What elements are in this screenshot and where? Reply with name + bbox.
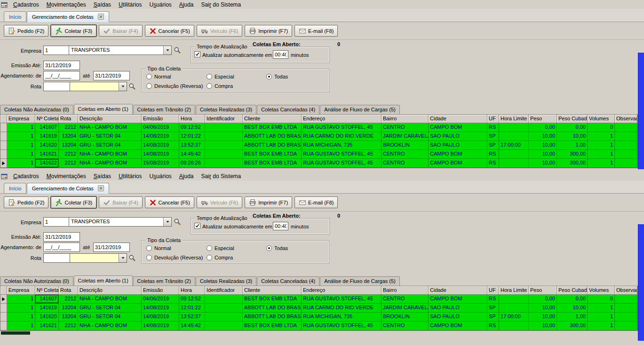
cell-peso-cubado[interactable]: 0,00 [557,123,588,132]
column-header-empresa[interactable]: Empresa [7,115,35,123]
cell-empresa[interactable]: 1 [7,295,35,304]
column-header-n-coleta[interactable]: Nº Coleta [35,286,59,295]
cell-cliente[interactable]: BEST BOX EMB LTDA [243,295,302,304]
grid-row-141620[interactable]: 114162013204GRU - SETOR 0414/08/201913:5… [0,313,637,321]
cell-bairro[interactable]: CENTRO [382,123,429,132]
column-header-hora-limite[interactable]: Hora Limite [499,286,529,295]
tipo-radio-devolucao-reversa[interactable]: Devolução (Reversa) [146,254,203,261]
cell-cliente[interactable]: ABBOTT LAB DO BRASI [243,304,302,313]
cell-volumes[interactable]: 1 [588,141,615,150]
cell-n-coleta[interactable]: 141621 [35,150,59,159]
tipo-radio-compra[interactable]: Compra [207,83,233,89]
cell-hora[interactable]: 13:52:37 [179,313,205,321]
tipo-radio-todas[interactable]: Todas [266,73,288,80]
cell-descricao[interactable]: GRU - SETOR 04 [78,132,142,141]
cell-uf[interactable]: SP [487,304,499,313]
column-header-n-coleta[interactable]: Nº Coleta [35,115,59,123]
cell-identificador[interactable] [205,132,243,141]
cell-emissao[interactable]: 04/06/2019 [142,123,179,132]
cell-empresa[interactable]: 1 [7,123,35,132]
cell-observacao[interactable] [615,132,637,141]
cell-identificador[interactable] [205,295,243,304]
cell-uf[interactable]: RS [487,295,499,304]
cell-bairro[interactable]: JARDIM CARAVELA [382,304,429,313]
cell-hora-limite[interactable] [499,132,529,141]
cell-n-coleta[interactable]: 141607 [35,295,59,304]
column-header-cidade[interactable]: Cidade [429,115,487,123]
menu-item-movimentacoes[interactable]: Movimentações [43,0,90,9]
toolbar-button-cancelar-f5[interactable]: Cancelar (F5) [145,25,194,37]
toolbar-button-veiculo-f6[interactable]: Veículo (F6) [197,25,242,37]
grid-tab-analise-de-fluxo-de-cargas-5[interactable]: Análise de Fluxo de Cargas (5) [320,105,400,114]
column-header-hora[interactable]: Hora [179,286,205,295]
cell-emissao[interactable]: 15/08/2019 [142,159,179,168]
cell-rota[interactable]: 2212 [59,150,78,159]
grid-row-141607[interactable]: 11416072212NHA - CAMPO BOM04/06/201909:1… [0,123,637,132]
rota-search-icon[interactable] [128,83,136,90]
toolbar-button-coletar-f3[interactable]: Coletar (F3) [51,196,96,208]
cell-emissao[interactable]: 14/08/2019 [142,304,179,313]
cell-bairro[interactable]: CENTRO [382,321,429,330]
cell-volumes[interactable]: 1 [588,321,615,330]
menu-item-sair-do-sistema[interactable]: Sair do Sistema [198,0,245,9]
cell-endereco[interactable]: RUA GUSTAVO STOFFEL, 45 [302,321,382,330]
cell-observacao[interactable] [615,304,637,313]
column-header-uf[interactable]: UF [487,286,499,295]
column-header-volumes[interactable]: Volumes [588,286,615,295]
menu-item-saidas[interactable]: Saídas [90,172,115,181]
cell-peso[interactable]: 10,00 [529,141,557,150]
cell-hora[interactable]: 09:12:52 [179,295,205,304]
column-header-volumes[interactable]: Volumes [588,115,615,123]
cell-endereco[interactable]: RUA CARMO DO RIO VERDE [302,304,382,313]
cell-descricao[interactable]: NHA - CAMPO BOM [78,159,142,168]
column-header-observacao[interactable]: Observação [615,115,637,123]
column-header-emissao[interactable]: Emissão [142,286,179,295]
cell-emissao[interactable]: 04/06/2019 [142,295,179,304]
emissao-ate-input[interactable] [43,232,80,242]
cell-rota[interactable]: 2212 [59,123,78,132]
grid-tab-coletas-em-aberto-1[interactable]: Coletas em Aberto (1) [74,275,133,286]
grid-row-141607[interactable]: 11416072212NHA - CAMPO BOM04/06/201909:1… [0,295,637,304]
grid-row-141619[interactable]: 114161913204GRU - SETOR 0414/08/201912:0… [0,304,637,313]
grid-row-141621[interactable]: 11416212212NHA - CAMPO BOM14/08/201914:4… [0,150,637,159]
tipo-radio-especial[interactable]: Especial [207,245,234,251]
agendamento-de-input[interactable] [43,71,80,80]
column-header-cliente[interactable]: Cliente [243,286,302,295]
cell-cliente[interactable]: ABBOTT LAB DO BRASI [243,141,302,150]
vertical-scrollbar[interactable] [638,224,644,341]
rota-combo[interactable] [70,82,127,91]
cell-uf[interactable]: RS [487,159,499,168]
cell-peso[interactable]: 10,00 [529,150,557,159]
cell-emissao[interactable]: 14/08/2019 [142,321,179,330]
cell-uf[interactable]: SP [487,132,499,141]
cell-peso[interactable]: 10,00 [529,132,557,141]
toolbar-button-e-mail-f8[interactable]: E-mail (F8) [294,196,338,208]
grid-tab-coletas-em-transito-2[interactable]: Coletas em Trânsito (2) [133,276,195,286]
cell-volumes[interactable]: 0 [588,295,615,304]
column-header-peso[interactable]: Peso [529,115,557,123]
cell-n-coleta[interactable]: 141619 [35,132,59,141]
column-header-peso-cubado[interactable]: Peso Cubado [557,115,588,123]
cell-cidade[interactable]: SAO PAULO [429,304,487,313]
cell-rota[interactable]: 2212 [59,295,78,304]
rota-code-input[interactable] [43,82,70,91]
toolbar-button-e-mail-f8[interactable]: E-mail (F8) [294,25,338,37]
vertical-scrollbar[interactable] [638,53,644,169]
tipo-radio-normal[interactable]: Normal [146,73,171,80]
menu-item-usuarios[interactable]: Usuários [145,0,175,9]
cell-identificador[interactable] [205,141,243,150]
cell-hora-limite[interactable] [499,321,529,330]
toolbar-button-pedido-f2[interactable]: Pedido (F2) [4,196,48,208]
toolbar-button-baixar-f4[interactable]: Baixar (F4) [99,196,142,208]
column-header-peso-cubado[interactable]: Peso Cubado [557,286,588,295]
grid-row-141622[interactable]: 11416222212NHA - CAMPO BOM15/08/201909:2… [0,159,637,168]
cell-hora[interactable]: 09:12:52 [179,123,205,132]
cell-n-coleta[interactable]: 141621 [35,321,59,330]
column-header-bairro[interactable]: Bairro [382,115,429,123]
empresa-search-icon[interactable] [174,218,181,226]
cell-bairro[interactable]: BROOKLIN [382,141,429,150]
cell-hora[interactable]: 12:01:22 [179,304,205,313]
grid-row-141621[interactable]: 11416212212NHA - CAMPO BOM14/08/201914:4… [0,321,637,330]
tipo-radio-todas[interactable]: Todas [266,245,288,251]
column-header-rota[interactable]: Rota [59,115,78,123]
